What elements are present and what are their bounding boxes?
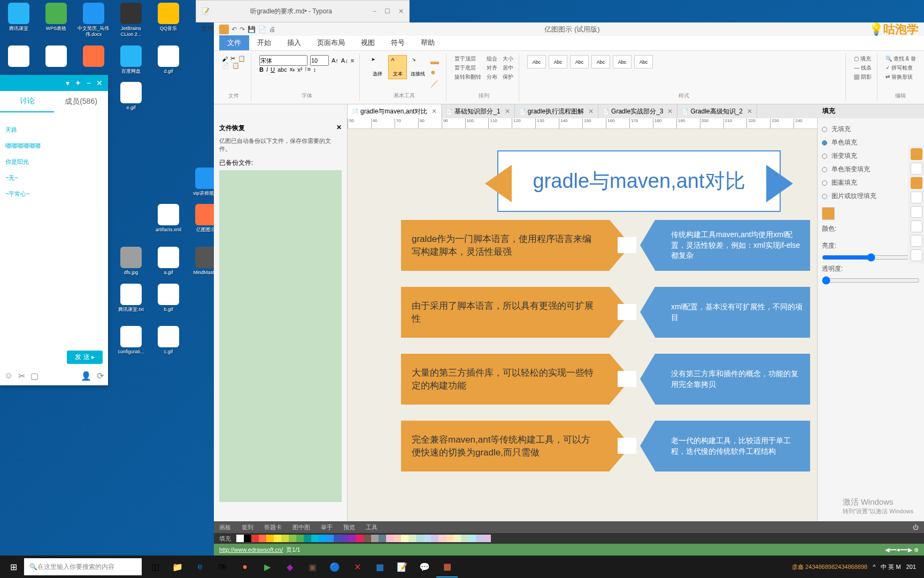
fill-tool-icon[interactable] [911,148,922,160]
palette-color[interactable] [371,535,379,542]
chat-user-item[interactable]: ~平常心~ [5,190,103,198]
diagram-row[interactable]: 大量的第三方插件库，可以轻松的实现一些特定的构建功能 没有第三方库和插件的概念，… [401,354,807,405]
ribbon-tab[interactable]: 文件 [219,35,249,50]
palette-color[interactable] [281,535,289,542]
ribbon-tab[interactable]: 帮助 [413,35,443,50]
canvas[interactable]: gradle与maven,ant对比 gralde作为一门脚本语言，使用程序语言… [348,129,817,521]
palette-color[interactable] [483,535,491,542]
desktop-icon[interactable] [152,125,184,159]
palette-color[interactable] [364,535,371,542]
desktop-icon[interactable]: d.gif [152,45,184,74]
size-button[interactable]: 大小 [503,55,513,63]
align-icon[interactable]: ≡ [351,57,354,64]
ribbon-tab[interactable]: 插入 [279,35,309,50]
underline-button[interactable]: U [271,66,275,73]
redo-icon[interactable]: ↷ [240,26,245,33]
palette-color[interactable] [334,535,341,542]
desktop-icon[interactable] [152,168,184,196]
bold-button[interactable]: B [259,66,264,73]
connector-tool[interactable]: ↘连接线 [409,55,427,79]
select-tool[interactable]: ➤选择 [368,55,387,79]
edge-icon[interactable]: e [189,556,211,577]
clipboard-icon[interactable]: 📋 [232,62,240,69]
palette-color[interactable] [386,535,394,542]
palette-color[interactable] [341,535,349,542]
view-bar-item[interactable]: 预览 [343,523,355,531]
align-button[interactable]: 对齐 [487,64,497,72]
desktop-icon[interactable] [115,168,147,196]
explorer-icon[interactable]: 📁 [167,556,188,577]
fill-option[interactable]: 渐变填充 [822,149,920,163]
find-button[interactable]: 🔍 查找 & 替 [886,55,916,63]
palette-color[interactable] [356,535,364,542]
palette-color[interactable] [326,535,334,542]
palette-color[interactable] [453,535,461,542]
palette-color[interactable] [476,535,483,542]
palette-color[interactable] [236,535,244,542]
desktop-icon[interactable]: artifacts.xml [152,204,184,239]
document-tab[interactable]: 基础知识部分_1✕ [442,104,514,118]
chat-close-icon[interactable]: ✕ [96,79,103,87]
ruler-tool-icon[interactable] [911,206,922,218]
font-name-select[interactable] [259,55,307,66]
fill-button[interactable]: ▢ 填充 [854,55,872,63]
replace-button[interactable]: ⇄ 替换形状 [886,73,916,81]
ribbon-tab[interactable]: 开始 [249,35,279,50]
comment-tool-icon[interactable] [911,235,922,247]
send-button[interactable]: 发 送 ▸ [67,351,103,364]
desktop-icon[interactable]: c.gif [152,326,184,355]
desktop-icon[interactable]: WPS表格 [40,3,72,37]
clock[interactable]: 201 [906,564,916,570]
desktop-icon[interactable]: 腾讯课堂 [3,3,35,37]
ribbon-tab[interactable]: 页面布局 [309,35,353,50]
desktop-icon[interactable] [3,45,35,74]
palette-color[interactable] [349,535,356,542]
opacity-slider[interactable] [822,276,920,285]
palette-color[interactable] [409,535,416,542]
desktop-icon[interactable]: configurati... [115,326,147,355]
style-preset[interactable]: Abc [549,55,567,69]
desktop-icon[interactable]: e.gif [115,82,147,117]
diagram-row[interactable]: 由于采用了脚本语言，所以具有更强的可扩展性 xml配置，基本没有可扩展性，不同的… [401,287,807,338]
palette-color[interactable] [438,535,446,542]
palette-color[interactable] [379,535,386,542]
palette-color[interactable] [431,535,438,542]
app-icon[interactable]: ● [234,556,256,577]
increase-font-icon[interactable]: A↑ [332,57,338,64]
bring-front-button[interactable]: 置于顶层 [455,55,481,63]
desktop-icon[interactable] [78,45,110,74]
desktop-icon[interactable]: 百度网盘 [115,45,147,74]
style-preset[interactable]: Abc [570,55,589,69]
italic-button[interactable]: I [266,66,268,73]
chat-user-item[interactable]: 你是阳光 [5,158,103,166]
fill-option[interactable]: 无填充 [822,123,920,136]
app-icon[interactable]: 📝 [391,556,413,577]
desktop-icon[interactable]: dfs.jpg [115,247,147,276]
palette-color[interactable] [446,535,453,542]
palette-color[interactable] [416,535,424,542]
tab-close-icon[interactable]: ✕ [588,108,594,115]
view-bar-item[interactable]: 答题卡 [264,523,282,531]
typora-maximize-icon[interactable]: ☐ [384,7,390,15]
shape-rect-icon[interactable]: ▬ [430,57,439,66]
fill-option[interactable]: 图片或纹理填充 [822,189,920,203]
cut-icon[interactable]: ✂ [18,371,25,381]
chat-tab-members[interactable]: 成员(586) [54,92,108,112]
shape-circle-icon[interactable]: ● [430,67,439,77]
chat-pin-icon[interactable]: ▾ [66,79,70,87]
print-icon[interactable]: 🖨 [269,26,275,33]
desktop-icon[interactable]: 中文简历_马伟伟.docx [78,3,110,37]
palette-color[interactable] [401,535,409,542]
palette-color[interactable] [319,535,326,542]
image-icon[interactable]: ▢ [30,371,38,381]
diagram-row[interactable]: gralde作为一门脚本语言，使用程序语言来编写构建脚本，灵活性最强 传统构建工… [401,220,807,271]
desktop-icon[interactable]: b.gif [152,284,184,318]
palette-color[interactable] [296,535,304,542]
palette-color[interactable] [304,535,311,542]
app-icon[interactable]: ▶ [257,556,278,577]
color-swatch[interactable] [822,207,835,220]
palette-color[interactable] [461,535,468,542]
palette-color[interactable] [468,535,476,542]
copy-icon[interactable]: 📋 [238,55,245,62]
group-button[interactable]: 组合 [487,55,497,63]
